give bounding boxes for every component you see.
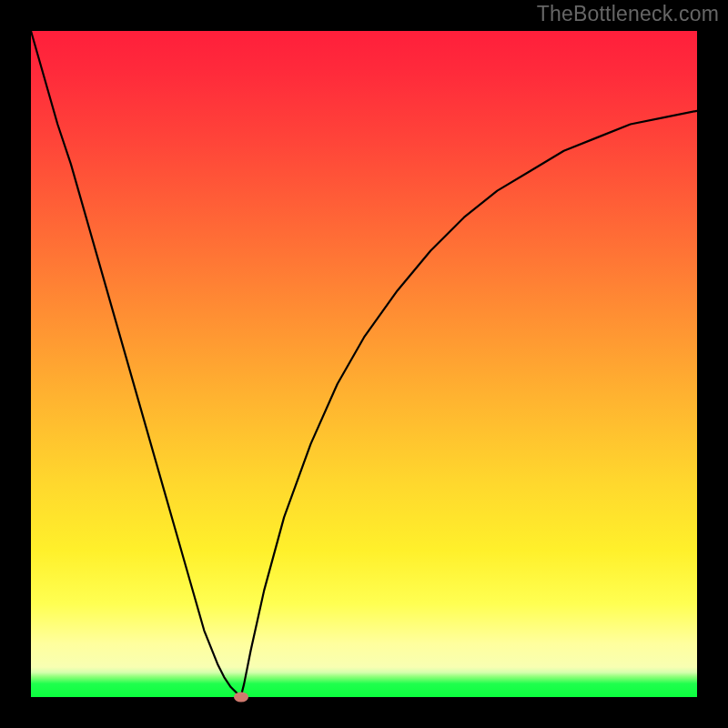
plot-area xyxy=(31,31,697,697)
watermark-text: TheBottleneck.com xyxy=(537,2,719,26)
chart-frame: TheBottleneck.com xyxy=(0,0,728,728)
bottleneck-curve xyxy=(31,31,697,697)
minimum-marker xyxy=(234,693,248,703)
